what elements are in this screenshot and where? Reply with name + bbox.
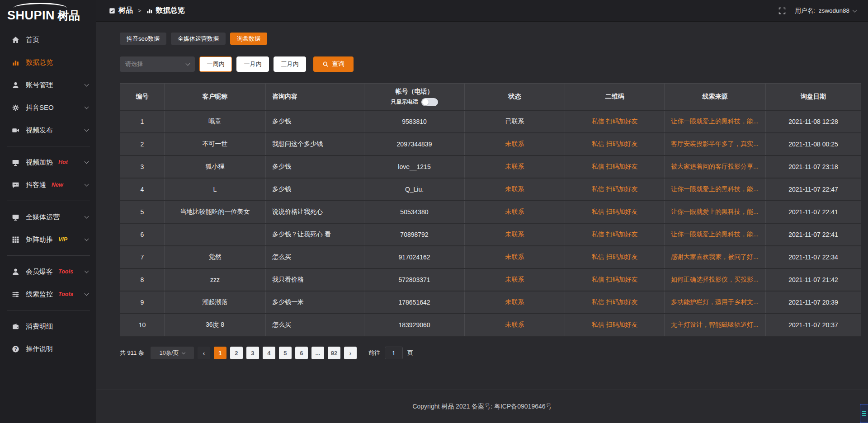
row-nickname: 当地比较能吃的一位美女 [165, 201, 266, 223]
range-three-months[interactable]: 三月内 [274, 56, 306, 72]
source-link[interactable]: 多功能护栏灯，适用于乡村文... [665, 291, 766, 313]
next-page-button[interactable]: › [344, 347, 357, 359]
sidebar-item-badge: Tools [58, 268, 73, 275]
tab-douyin-seo-data[interactable]: 抖音seo数据 [120, 33, 166, 45]
menu-divider [7, 255, 90, 256]
row-date: 2021-11-08 00:25 [766, 133, 861, 155]
wallet-icon [12, 323, 19, 330]
source-link[interactable]: 感谢大家喜欢我家，被问了好... [665, 246, 766, 268]
filter-select[interactable]: 请选择 [120, 56, 195, 72]
tab-inquiry-data[interactable]: 询盘数据 [230, 33, 267, 45]
phone-toggle-row: 只显示电话 [391, 98, 438, 106]
table-row: 9潮起潮落多少钱一米178651642未联系私信 扫码加好友多功能护栏灯，适用于… [120, 291, 861, 314]
sidebar-item-video-heat[interactable]: 视频加热Hot [0, 151, 96, 174]
logo-text-en: SHUPIN [7, 9, 55, 23]
video-icon [12, 127, 19, 134]
range-one-week[interactable]: 一周内 [199, 56, 232, 72]
row-id: 1 [120, 111, 165, 132]
source-link[interactable]: 无主灯设计，智能磁吸轨道灯... [665, 314, 766, 336]
breadcrumb-root[interactable]: 树品 [118, 6, 133, 15]
qrcode-link[interactable]: 私信 扫码加好友 [565, 291, 665, 313]
qrcode-link[interactable]: 私信 扫码加好友 [565, 224, 665, 245]
sidebar-item-label: 操作说明 [26, 345, 53, 353]
source-link[interactable]: 让你一眼就爱上的黑科技，能... [665, 111, 766, 132]
goto-page-input[interactable] [385, 347, 403, 359]
qrcode-link[interactable]: 私信 扫码加好友 [565, 269, 665, 291]
qrcode-link[interactable]: 私信 扫码加好友 [565, 246, 665, 268]
table-row: 5当地比较能吃的一位美女说说价格让我死心50534380未联系私信 扫码加好友让… [120, 201, 861, 224]
sidebar-item-data-overview[interactable]: 数据总览 [0, 51, 96, 74]
source-link[interactable]: 让你一眼就爱上的黑科技，能... [665, 201, 766, 223]
sidebar-item-label: 账号管理 [26, 81, 53, 89]
sidebar-item-home[interactable]: 首页 [0, 28, 96, 51]
row-date: 2021-11-07 21:42 [766, 269, 861, 291]
topbar-right: 用户名: zswodun88 [778, 7, 856, 15]
fullscreen-icon[interactable] [778, 7, 786, 14]
col-content: 咨询内容 [266, 84, 364, 110]
qrcode-link[interactable]: 私信 扫码加好友 [565, 133, 665, 155]
sidebar-item-member-burst[interactable]: 会员爆客Tools [0, 260, 96, 283]
page-1[interactable]: 1 [214, 347, 226, 359]
sidebar-item-consumption-detail[interactable]: 消费明细 [0, 315, 96, 338]
page-92[interactable]: 92 [328, 347, 340, 359]
sidebar-item-douyin-seo[interactable]: 抖音SEO [0, 96, 96, 119]
chevron-down-icon [853, 8, 857, 12]
qrcode-link[interactable]: 私信 扫码加好友 [565, 314, 665, 336]
qrcode-link[interactable]: 私信 扫码加好友 [565, 111, 665, 132]
qrcode-link[interactable]: 私信 扫码加好友 [565, 156, 665, 178]
user-menu[interactable]: 用户名: zswodun88 [795, 7, 856, 15]
row-id: 5 [120, 201, 165, 223]
row-nickname: 觉然 [165, 246, 266, 268]
sidebar-item-video-publish[interactable]: 视频发布 [0, 119, 96, 141]
row-content: 怎么买 [266, 246, 364, 268]
sidebar-item-badge: Hot [58, 159, 68, 165]
phone-only-toggle[interactable] [421, 98, 438, 106]
range-one-month[interactable]: 一月内 [236, 56, 269, 72]
col-account-label: 帐号（电话） [396, 88, 434, 96]
sidebar-item-account-management[interactable]: 账号管理 [0, 74, 96, 96]
status-badge: 未联系 [465, 246, 565, 268]
sidebar-item-clue-monitor[interactable]: 线索监控Tools [0, 283, 96, 306]
tab-media-operation-data[interactable]: 全媒体运营数据 [171, 33, 226, 45]
inquiry-table: 编号 客户昵称 咨询内容 帐号（电话） 只显示电话 状态 二维码 线索来源 询盘… [120, 83, 861, 337]
row-nickname: 狐小狸 [165, 156, 266, 178]
floating-widget[interactable] [860, 404, 868, 423]
source-link[interactable]: 让你一眼就爱上的黑科技，能... [665, 179, 766, 200]
page-3[interactable]: 3 [246, 347, 259, 359]
user-icon [12, 81, 19, 89]
row-content: 多少钱？让我死心 看 [266, 224, 364, 245]
row-content: 多少钱 [266, 111, 364, 132]
col-id: 编号 [120, 84, 165, 110]
row-nickname: L [165, 179, 266, 200]
sidebar-item-media-operation[interactable]: 全媒体运营 [0, 206, 96, 228]
search-button[interactable]: 查询 [313, 56, 354, 72]
page-6[interactable]: 6 [295, 347, 308, 359]
row-id: 10 [120, 314, 165, 336]
row-nickname: 36度 8 [165, 314, 266, 336]
page-size-value: 10条/页 [160, 349, 179, 357]
breadcrumb-app-icon [109, 8, 115, 14]
status-badge: 未联系 [465, 224, 565, 245]
page-size-select[interactable]: 10条/页 [151, 347, 194, 359]
breadcrumb-chart-icon [146, 8, 153, 14]
page-ellipsis[interactable]: ... [311, 347, 324, 359]
sidebar-item-operation-guide[interactable]: ?操作说明 [0, 338, 96, 360]
row-date: 2021-11-07 22:41 [766, 201, 861, 223]
page-2[interactable]: 2 [230, 347, 243, 359]
sidebar-item-matrix-boost[interactable]: 矩阵助推VIP [0, 228, 96, 251]
prev-page-button[interactable]: ‹ [198, 347, 210, 359]
source-link[interactable]: 让你一眼就爱上的黑科技，能... [665, 224, 766, 245]
source-link[interactable]: 如何正确选择投影仪，买投影... [665, 269, 766, 291]
page-4[interactable]: 4 [263, 347, 275, 359]
sidebar-item-douketong[interactable]: 抖客通New [0, 174, 96, 196]
qrcode-link[interactable]: 私信 扫码加好友 [565, 179, 665, 200]
page-number-group: 123456...92 [210, 347, 340, 359]
status-badge: 未联系 [465, 156, 565, 178]
chevron-down-icon [186, 61, 190, 66]
page-5[interactable]: 5 [279, 347, 292, 359]
status-badge: 未联系 [465, 133, 565, 155]
source-link[interactable]: 被大家追着问的客厅投影分享... [665, 156, 766, 178]
source-link[interactable]: 客厅安装投影半年多了，真实... [665, 133, 766, 155]
logo[interactable]: SHUPIN 树品 [0, 0, 96, 24]
qrcode-link[interactable]: 私信 扫码加好友 [565, 201, 665, 223]
